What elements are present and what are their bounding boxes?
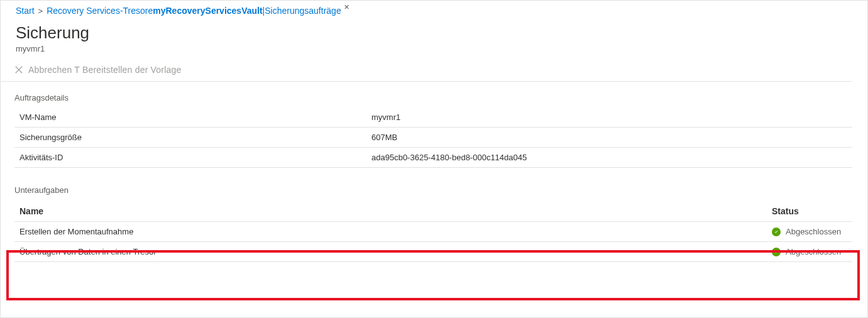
detail-value: 607MB	[371, 133, 847, 142]
subtask-name: Übertragen von Daten in einen Tresor	[19, 247, 772, 256]
page-subtitle: myvmr1	[1, 43, 867, 61]
breadcrumb-vault-name[interactable]: myRecoveryServicesVault	[153, 6, 262, 16]
detail-key: Aktivitäts-ID	[19, 153, 371, 162]
subtasks-header-status[interactable]: Status	[772, 206, 847, 216]
detail-key: Sicherungsgröße	[19, 133, 371, 142]
chevron-right-icon: >	[38, 6, 43, 16]
subtask-row: Erstellen der Momentaufnahme Abgeschloss…	[14, 222, 852, 242]
subtask-status: Abgeschlossen	[772, 227, 847, 236]
subtask-status-text: Abgeschlossen	[786, 247, 841, 256]
subtasks-body: Erstellen der Momentaufnahme Abgeschloss…	[14, 222, 852, 262]
breadcrumb-vaults[interactable]: Recovery Services-Tresore	[47, 6, 153, 16]
cancel-icon	[14, 65, 23, 74]
breadcrumb: Start > Recovery Services-Tresore myReco…	[1, 1, 867, 18]
breadcrumb-start[interactable]: Start	[16, 6, 35, 16]
cancel-deploy-button[interactable]: Abbrechen T Bereitstellen der Vorlage	[14, 65, 181, 75]
subtasks-header-name[interactable]: Name	[19, 206, 772, 216]
detail-key: VM-Name	[19, 112, 371, 122]
cancel-deploy-label: Abbrechen T Bereitstellen der Vorlage	[28, 65, 181, 75]
subtasks-section-label: Unteraufgaben	[1, 168, 867, 200]
detail-value: ada95cb0-3625-4180-bed8-000c114da045	[371, 153, 847, 162]
subtask-status-text: Abgeschlossen	[786, 227, 841, 236]
toolbar: Abbrechen T Bereitstellen der Vorlage	[1, 61, 852, 82]
detail-value: myvmr1	[371, 112, 847, 122]
check-circle-icon	[772, 228, 781, 236]
details-row: Sicherungsgröße 607MB	[14, 128, 852, 148]
subtask-status: Abgeschlossen	[772, 247, 847, 256]
check-circle-icon	[772, 248, 781, 256]
breadcrumb-jobs[interactable]: Sicherungsaufträge	[265, 6, 341, 16]
page-title: Sicherung	[1, 18, 867, 43]
close-icon[interactable]: ✕	[344, 3, 349, 11]
details-section-label: Auftragsdetails	[1, 82, 867, 107]
details-row: Aktivitäts-ID ada95cb0-3625-4180-bed8-00…	[14, 148, 852, 168]
details-table: VM-Name myvmr1 Sicherungsgröße 607MB Akt…	[14, 107, 852, 168]
subtask-name: Erstellen der Momentaufnahme	[19, 227, 772, 236]
details-row: VM-Name myvmr1	[14, 107, 852, 128]
subtasks-header-row: Name Status	[14, 200, 852, 222]
subtasks-table: Name Status Erstellen der Momentaufnahme…	[14, 200, 852, 262]
subtask-row: Übertragen von Daten in einen Tresor Abg…	[14, 242, 852, 262]
